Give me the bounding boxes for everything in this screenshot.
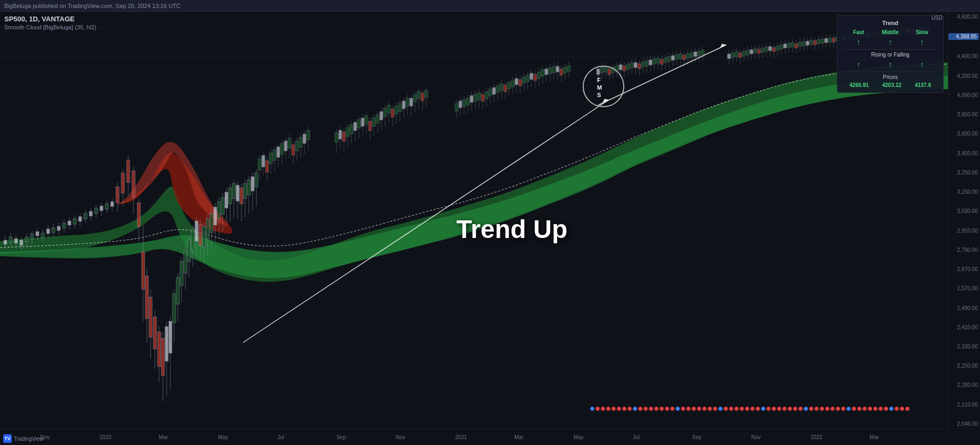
- svg-rect-116: [232, 184, 236, 198]
- svg-rect-348: [765, 47, 768, 51]
- svg-rect-248: [530, 73, 533, 80]
- fast-arrow-icon: ↑: [857, 38, 860, 46]
- scroll-dot: [879, 407, 883, 411]
- time-label: 2020: [99, 434, 111, 440]
- svg-rect-68: [142, 252, 145, 289]
- svg-marker-437: [720, 44, 726, 48]
- price-label: 2,410.00: [948, 324, 980, 330]
- svg-rect-140: [277, 147, 280, 157]
- top-bar: BigBeluga published on TradingView.com, …: [0, 0, 980, 12]
- scroll-dot: [665, 407, 669, 411]
- svg-rect-134: [265, 161, 269, 172]
- svg-rect-100: [202, 226, 206, 248]
- svg-rect-286: [626, 64, 630, 69]
- svg-rect-74: [153, 317, 156, 349]
- svg-text:F: F: [597, 77, 601, 83]
- scroll-dot: [606, 407, 610, 411]
- legend-middle-label: Middle: [874, 29, 906, 35]
- scroll-dot: [590, 407, 594, 411]
- svg-rect-118: [236, 185, 239, 201]
- scroll-dot: [595, 407, 600, 411]
- time-label: May: [218, 434, 228, 440]
- svg-rect-16: [4, 240, 7, 244]
- svg-rect-72: [149, 297, 152, 337]
- svg-rect-172: [361, 118, 364, 126]
- scroll-dot: [734, 407, 739, 411]
- prices-title: Prices: [843, 71, 938, 80]
- svg-rect-272: [600, 67, 603, 73]
- svg-rect-52: [100, 206, 103, 211]
- svg-rect-274: [604, 67, 607, 72]
- svg-rect-82: [169, 321, 172, 353]
- svg-rect-106: [214, 207, 217, 225]
- svg-rect-350: [769, 46, 772, 51]
- svg-rect-20: [14, 239, 18, 243]
- svg-rect-152: [299, 137, 302, 147]
- svg-rect-242: [519, 80, 522, 86]
- time-label: 2022: [811, 434, 822, 440]
- svg-rect-178: [372, 118, 375, 126]
- scroll-dots: [590, 407, 910, 411]
- svg-rect-210: [459, 101, 462, 108]
- svg-rect-170: [357, 120, 360, 128]
- svg-rect-38: [62, 223, 66, 228]
- svg-rect-18: [9, 237, 12, 242]
- svg-rect-190: [395, 106, 398, 114]
- top-bar-text: BigBeluga published on TradingView.com, …: [4, 3, 181, 9]
- scroll-bar[interactable]: [0, 406, 915, 412]
- price-scale: 4,600.004,368.954,400.004,200.004,000.00…: [948, 12, 980, 429]
- scroll-dot: [905, 407, 910, 411]
- svg-rect-202: [417, 91, 420, 99]
- svg-rect-136: [269, 153, 272, 164]
- svg-rect-66: [137, 203, 140, 227]
- legend-middle-price: 4203.12: [882, 82, 901, 88]
- svg-rect-216: [470, 96, 473, 102]
- scroll-dot: [681, 407, 685, 411]
- svg-rect-164: [346, 128, 349, 137]
- svg-rect-160: [339, 130, 342, 139]
- time-label: Sep: [336, 434, 346, 440]
- svg-rect-292: [638, 63, 641, 69]
- svg-rect-92: [187, 240, 191, 261]
- svg-rect-332: [735, 52, 738, 57]
- scroll-dot: [692, 407, 696, 411]
- svg-rect-76: [158, 332, 161, 367]
- svg-rect-334: [739, 53, 742, 58]
- svg-rect-30: [41, 233, 44, 238]
- svg-rect-156: [307, 130, 310, 140]
- svg-rect-112: [225, 192, 228, 208]
- scroll-dot: [638, 407, 642, 411]
- scroll-dot: [750, 407, 755, 411]
- svg-rect-96: [195, 221, 198, 241]
- price-label: 3,250.00: [948, 170, 980, 176]
- scroll-dot: [713, 407, 717, 411]
- svg-rect-302: [656, 58, 660, 63]
- svg-rect-32: [46, 229, 50, 234]
- rising-fast-arrow-icon: ↑: [857, 60, 860, 69]
- legend-fast-arrow: ↑: [843, 37, 874, 47]
- scroll-dot: [766, 407, 771, 411]
- svg-rect-48: [89, 211, 92, 216]
- legend-slow-arrow: ↑: [906, 37, 938, 47]
- svg-rect-110: [221, 197, 224, 214]
- time-label: Mar: [159, 434, 168, 440]
- scroll-dot: [798, 407, 803, 411]
- svg-rect-36: [57, 226, 60, 231]
- svg-rect-256: [545, 69, 548, 75]
- svg-rect-104: [210, 213, 213, 233]
- price-label: 2,910.00: [948, 228, 980, 234]
- chart-header: SP500, 1D, VANTAGE Smooth Cloud [BigBelu…: [4, 12, 96, 34]
- svg-rect-78: [161, 338, 164, 376]
- svg-rect-318: [686, 53, 689, 58]
- svg-rect-372: [810, 40, 813, 44]
- svg-rect-268: [567, 66, 570, 71]
- svg-rect-330: [731, 53, 734, 58]
- svg-rect-288: [630, 62, 633, 68]
- svg-rect-244: [522, 77, 526, 83]
- svg-rect-206: [425, 90, 428, 98]
- svg-rect-314: [679, 54, 682, 59]
- price-label: 2,790.00: [948, 247, 980, 253]
- svg-rect-252: [537, 72, 540, 78]
- svg-rect-64: [132, 171, 135, 197]
- svg-rect-220: [477, 93, 481, 100]
